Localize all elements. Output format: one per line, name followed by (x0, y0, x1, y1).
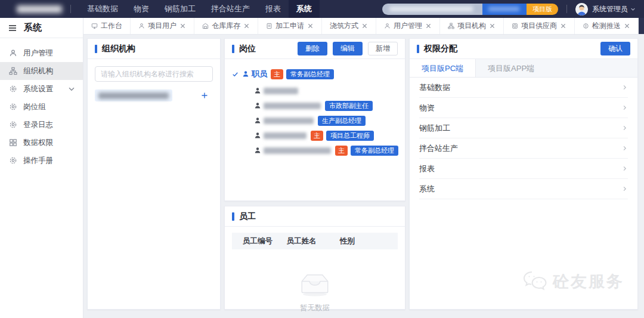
sidebar-item-岗位组[interactable]: 岗位组 (0, 98, 83, 116)
sidebar-item-数据权限[interactable]: 数据权限 (0, 134, 83, 152)
position-tree-row[interactable] (254, 84, 401, 98)
top-menu-item[interactable]: 报表 (258, 0, 289, 18)
project-version-badge: 项目版 (527, 4, 558, 15)
position-panel-title: 岗位 (239, 44, 256, 54)
close-icon (560, 23, 566, 29)
sidebar-item-登录日志[interactable]: 登录日志 (0, 116, 83, 134)
org-search-input[interactable] (95, 66, 213, 82)
position-badge: 常务副总经理 (286, 69, 334, 79)
perm-tab-项目版APP端[interactable]: 项目版APP端 (476, 59, 546, 77)
tab-仓库库存[interactable]: 仓库库存 (194, 18, 258, 34)
permission-item-钢筋加工[interactable]: 钢筋加工 (419, 118, 628, 138)
tab-检测推送[interactable]: 检测推送 (575, 18, 639, 34)
hamburger-icon[interactable] (8, 23, 17, 33)
gear-icon (9, 156, 17, 165)
tab-label: 浇筑方式 (330, 21, 358, 31)
warehouse-icon (202, 23, 209, 29)
delete-button[interactable]: 删除 (298, 42, 327, 55)
top-navbar: 基础数据物资钢筋加工拌合站生产报表系统 项目版 系统管理员 (0, 0, 644, 18)
app-logo (17, 5, 62, 13)
perm-tab-项目版PC端[interactable]: 项目版PC端 (410, 59, 476, 77)
tab-用户管理[interactable]: 用户管理 (376, 18, 440, 34)
tab-项目用户[interactable]: 项目用户 (131, 18, 194, 34)
confirm-button[interactable]: 确认 (600, 42, 630, 55)
tab-加工申请[interactable]: 加工申请 (258, 18, 322, 34)
chevron-right-icon (621, 186, 628, 192)
chevron-down-icon (67, 85, 76, 93)
tab-label: 加工申请 (275, 21, 304, 31)
top-menu-item[interactable]: 钢筋加工 (157, 0, 203, 18)
top-menu-item[interactable]: 基础数据 (79, 0, 126, 18)
sidebar-item-组织机构[interactable]: 组织机构 (0, 62, 83, 80)
position-badge: 主 (335, 146, 348, 156)
project-selector[interactable]: 项目版 (382, 4, 558, 15)
tab-label: 项目供应商 (521, 21, 557, 31)
empty-state: 暂无数据 (225, 272, 405, 313)
person-icon (138, 23, 145, 29)
current-user-name[interactable]: 系统管理员 (592, 4, 628, 14)
tab-label: 用户管理 (394, 21, 422, 31)
grid-icon (9, 138, 17, 147)
permission-item-拌合站生产[interactable]: 拌合站生产 (419, 138, 628, 159)
position-tree-row[interactable]: 主项目总工程师 (254, 128, 401, 143)
column-header: 员工编号 (232, 236, 287, 246)
org-icon (9, 67, 17, 75)
permission-item-报表[interactable]: 报表 (419, 159, 628, 179)
org-node-redacted (95, 89, 172, 101)
position-tree-row[interactable]: 市政部副主任 (254, 98, 401, 113)
tab-label: 检测推送 (592, 21, 621, 31)
permission-list: 基础数据物资钢筋加工拌合站生产报表系统 (410, 78, 637, 199)
column-header: 员工姓名 (287, 236, 340, 246)
gear-icon (9, 85, 17, 93)
top-menu-item[interactable]: 物资 (126, 0, 157, 18)
divider (566, 5, 567, 13)
tab-label: 项目机构 (457, 21, 486, 31)
open-tabs-bar: 工作台项目用户仓库库存加工申请浇筑方式用户管理项目机构项目供应商检测推送组织机构 (83, 18, 644, 35)
sidebar-item-操作手册[interactable]: 操作手册 (0, 152, 83, 169)
sidebar-item-label: 系统设置 (23, 84, 53, 94)
position-label: 职员 (252, 69, 267, 79)
main-content: 组织机构 岗位 删除 编辑 新增 职员主常务副总经理市政部副主任生产副总经理主项… (83, 35, 644, 318)
org-panel-title: 组织机构 (102, 44, 135, 54)
sidebar-item-系统设置[interactable]: 系统设置 (0, 80, 83, 98)
title-marker (232, 212, 234, 221)
tab-组织机构[interactable]: 组织机构 (639, 18, 644, 34)
divider (70, 5, 71, 13)
gear-icon (9, 103, 17, 111)
permission-item-系统[interactable]: 系统 (419, 179, 628, 199)
org-tree-node[interactable] (95, 89, 213, 102)
tab-项目机构[interactable]: 项目机构 (440, 18, 504, 34)
org-icon (448, 23, 454, 29)
avatar[interactable] (575, 3, 588, 16)
position-panel: 岗位 删除 编辑 新增 职员主常务副总经理市政部副主任生产副总经理主项目总工程师… (224, 38, 405, 201)
position-badge: 项目总工程师 (326, 131, 374, 141)
title-marker (232, 45, 234, 53)
sidebar-item-label: 岗位组 (23, 102, 46, 112)
project-section-redacted (482, 4, 527, 15)
tab-项目供应商[interactable]: 项目供应商 (504, 18, 575, 34)
plus-icon[interactable] (201, 92, 208, 99)
position-tree-row[interactable]: 主常务副总经理 (254, 143, 401, 158)
close-icon (307, 23, 314, 29)
position-tree-row[interactable]: 生产副总经理 (254, 113, 401, 128)
chevron-down-icon[interactable] (630, 7, 636, 12)
position-badge: 主 (311, 131, 323, 141)
push-icon (583, 23, 589, 29)
add-button[interactable]: 新增 (368, 42, 398, 55)
edit-button[interactable]: 编辑 (333, 42, 363, 55)
redacted-name (264, 132, 306, 139)
top-menu-item[interactable]: 拌合站生产 (203, 0, 258, 18)
permission-item-基础数据[interactable]: 基础数据 (419, 78, 628, 98)
chevron-right-icon (621, 104, 628, 111)
empty-text: 暂无数据 (300, 303, 330, 313)
close-icon (425, 23, 432, 29)
position-tree-row[interactable]: 职员主常务副总经理 (232, 67, 401, 81)
tab-label: 工作台 (101, 21, 122, 31)
permission-item-物资[interactable]: 物资 (419, 98, 628, 118)
top-menu-item[interactable]: 系统 (289, 0, 320, 18)
position-badge: 主 (271, 69, 283, 79)
tab-工作台[interactable]: 工作台 (83, 18, 131, 34)
tab-浇筑方式[interactable]: 浇筑方式 (322, 18, 376, 34)
sidebar-item-label: 数据权限 (23, 138, 53, 148)
sidebar-item-用户管理[interactable]: 用户管理 (0, 44, 83, 62)
